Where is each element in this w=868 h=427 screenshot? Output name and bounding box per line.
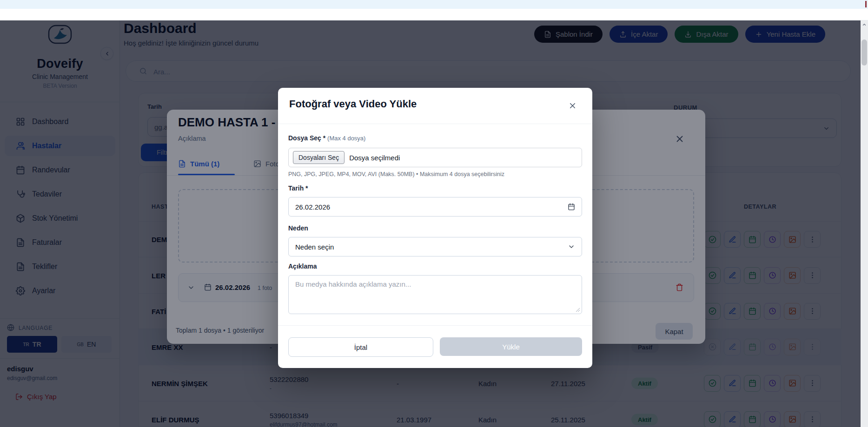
description-label: Açıklama (288, 263, 317, 270)
scrollbar-thumb[interactable] (861, 39, 867, 66)
scrollbar[interactable] (861, 20, 868, 427)
submit-upload-button[interactable]: Yükle (440, 337, 582, 356)
description-textarea[interactable]: Bu medya hakkında açıklama yazın... (288, 275, 582, 314)
divider (278, 325, 592, 326)
date-input[interactable]: 26.02.2026 (288, 197, 582, 217)
upload-media-modal: Fotoğraf veya Video Yükle Dosya Seç * (M… (278, 88, 592, 368)
reason-select[interactable]: Neden seçin (288, 237, 582, 256)
browser-top-strip (0, 0, 868, 9)
calendar-icon[interactable] (568, 203, 575, 210)
reason-label: Neden (288, 224, 308, 232)
upload-modal-title: Fotoğraf veya Video Yükle (289, 98, 417, 110)
divider (278, 124, 592, 124)
close-icon[interactable] (568, 101, 577, 110)
file-help-text: PNG, JPG, JPEG, MP4, MOV, AVI (Maks. 50M… (288, 171, 504, 177)
scrollbar-up-arrow[interactable] (862, 22, 867, 27)
resize-handle-icon[interactable] (576, 308, 580, 312)
file-select-button[interactable]: Dosyaları Seç (293, 151, 345, 164)
date-label: Tarih * (288, 184, 308, 192)
file-select-label: Dosya Seç * (Max 4 dosya) (288, 134, 365, 142)
cancel-button[interactable]: İptal (288, 337, 433, 357)
chevron-down-icon (568, 243, 575, 250)
app-screen: Doveify Clinic Management BETA Version D… (0, 0, 868, 427)
app-top-bar (0, 9, 868, 20)
file-status-text: Dosya seçilmedi (349, 154, 400, 162)
file-input[interactable]: Dosyaları Seç Dosya seçilmedi (288, 148, 582, 167)
browser-edge-mark (865, 1, 867, 7)
